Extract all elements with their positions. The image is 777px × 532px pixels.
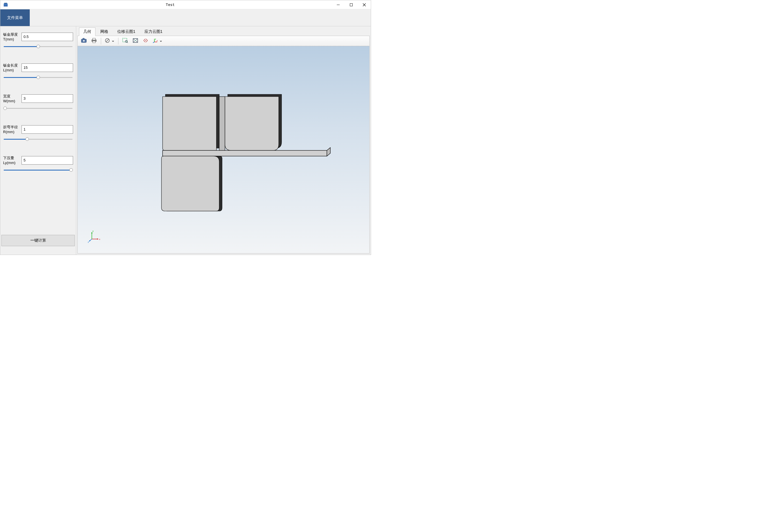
file-menu-button[interactable]: 文件菜单 [0, 9, 30, 26]
svg-line-17 [127, 42, 128, 43]
param-label: 折弯半径R(mm) [3, 125, 21, 134]
svg-point-9 [83, 40, 85, 42]
window-title: Test [9, 3, 332, 7]
param-slider[interactable] [4, 168, 73, 173]
nosign-button[interactable] [103, 37, 116, 45]
svg-marker-31 [91, 232, 92, 233]
svg-marker-29 [97, 238, 98, 240]
param-label: 钣金长度L(mm) [3, 63, 21, 72]
param-input[interactable] [21, 32, 73, 41]
tab[interactable]: 网格 [96, 27, 112, 36]
param-slider[interactable] [4, 137, 73, 142]
viewer-panel: xy [77, 36, 370, 253]
fit-view-button[interactable] [131, 37, 140, 45]
axis-y-label: y [92, 230, 94, 232]
reset-view-icon [143, 38, 148, 44]
param-input[interactable] [21, 156, 73, 165]
tab[interactable]: 位移云图1 [113, 27, 140, 36]
param-input[interactable] [21, 64, 73, 72]
camera-icon [81, 38, 87, 44]
svg-point-20 [145, 40, 146, 41]
body: 钣金厚度T(mm) 钣金长度L(mm) 宽度W(mm) 折弯半径R(mm) [0, 26, 371, 255]
svg-line-14 [106, 39, 109, 42]
param-group: 宽度W(mm) [3, 94, 73, 111]
print-button[interactable] [90, 37, 99, 45]
fit-view-icon [133, 38, 138, 44]
close-button[interactable] [358, 0, 371, 9]
zoom-area-icon [122, 38, 128, 44]
param-group: 钣金厚度T(mm) [3, 32, 73, 49]
axis-z-label: z [88, 241, 89, 243]
svg-line-23 [153, 42, 154, 43]
param-label: 钣金厚度T(mm) [3, 32, 21, 41]
app-icon [3, 2, 9, 8]
axis-triad-button[interactable]: xy [151, 37, 164, 45]
svg-rect-12 [93, 41, 96, 43]
svg-rect-27 [219, 97, 225, 150]
camera-button[interactable] [79, 37, 88, 45]
svg-rect-11 [93, 38, 96, 40]
axis-triad: x y z [88, 229, 102, 243]
reset-view-button[interactable] [141, 37, 150, 45]
svg-rect-15 [123, 38, 127, 42]
titlebar: Test [0, 0, 371, 9]
menubar: 文件菜单 [0, 9, 371, 26]
zoom-area-button[interactable] [121, 37, 130, 45]
viewer-toolbar: xy [78, 36, 369, 46]
app-window: Test 文件菜单 钣金厚度T(mm) [0, 0, 371, 255]
toolbar-separator [118, 38, 118, 44]
calculate-button[interactable]: 一键计算 [1, 235, 75, 246]
param-slider[interactable] [4, 44, 73, 49]
sidebar: 钣金厚度T(mm) 钣金长度L(mm) 宽度W(mm) 折弯半径R(mm) [0, 26, 76, 255]
viewport-3d[interactable]: x y z [78, 46, 369, 253]
param-group: 下压量Ly(mm) [3, 155, 73, 173]
main-area: 几何网格位移云图1应力云图1 xy [76, 26, 371, 255]
param-label: 下压量Ly(mm) [3, 155, 21, 165]
print-icon [91, 38, 97, 44]
window-controls [332, 0, 371, 9]
axis-triad-icon: xy [153, 38, 158, 44]
param-slider[interactable] [4, 75, 73, 80]
tab[interactable]: 应力云图1 [140, 27, 167, 36]
axis-x-label: x [99, 238, 100, 240]
svg-text:x: x [157, 40, 158, 42]
svg-rect-8 [83, 38, 84, 39]
minimize-button[interactable] [332, 0, 345, 9]
svg-text:y: y [155, 38, 156, 40]
param-input[interactable] [21, 94, 73, 103]
param-group: 折弯半径R(mm) [3, 125, 73, 142]
tab[interactable]: 几何 [79, 27, 96, 36]
svg-rect-4 [350, 3, 353, 6]
nosign-icon [105, 38, 110, 44]
tabs: 几何网格位移云图1应力云图1 [77, 28, 370, 36]
svg-point-19 [135, 40, 136, 41]
maximize-button[interactable] [345, 0, 358, 9]
svg-rect-26 [162, 150, 327, 156]
param-label: 宽度W(mm) [3, 94, 21, 103]
param-group: 钣金长度L(mm) [3, 63, 73, 80]
param-input[interactable] [21, 125, 73, 134]
svg-rect-2 [4, 3, 7, 4]
param-slider[interactable] [4, 106, 73, 111]
svg-marker-33 [89, 240, 90, 241]
geometry-model [129, 89, 350, 247]
